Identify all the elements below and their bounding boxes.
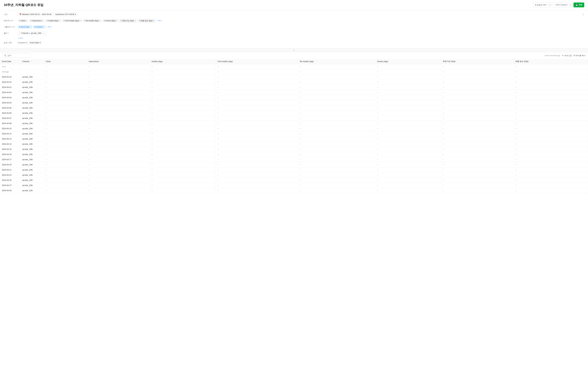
metrics-add-button[interactable]: + 추가	[157, 19, 162, 22]
search-box[interactable]: 🔍	[2, 54, 31, 58]
csv-arrow[interactable]: ▾	[569, 3, 572, 7]
metric-tag-signup: 회원가입 (App)×	[119, 19, 137, 22]
cell-date: 2024-04-16	[0, 152, 20, 157]
col-channel: Channel ↓ ⊤ ⋮	[20, 59, 44, 64]
col-menu-events[interactable]: ⋮	[389, 61, 390, 62]
cell-date: 2024-04-15	[0, 147, 20, 152]
table-row: 2024-04-25 qrcode_10th ••••••••	[0, 178, 588, 183]
period-label: 기간	[4, 13, 18, 16]
col-menu-reinstalls[interactable]: ⋮	[314, 61, 316, 62]
data-table-wrapper: Event Date ↓ ⋮ Channel ↓ ⊤ ⋮ Clicks	[0, 59, 588, 193]
table-row: 2024-03-22 qrcode_10th ••••••••	[0, 80, 588, 85]
groupby-content: Event Date× Channel× + 추가	[18, 25, 584, 28]
col-menu-level[interactable]: ⋮	[529, 61, 531, 62]
search-input[interactable]	[8, 55, 29, 57]
col-menu-clicks[interactable]: ⋮	[52, 61, 53, 62]
col-installs: Installs (App) ⋮	[150, 59, 216, 64]
copy-table-button[interactable]: ⧉ 테이블 복사	[574, 54, 586, 57]
table-row: 2024-04-15 qrcode_10th ••••••••	[0, 147, 588, 152]
cell-date: 2024-04-07	[0, 116, 20, 121]
filter-content: ⊤ Channel is qrcode_10th ✎ ×	[18, 32, 584, 35]
cell-date: 2024-04-25	[0, 178, 20, 183]
copy-settings-label[interactable]: ⧉ 설정값 복사	[534, 3, 548, 7]
filter-label: 필터 1	[4, 32, 18, 34]
copy-settings-button[interactable]: ⧉ 설정값 복사 ▾	[533, 2, 551, 7]
col-reinstalls: Re-installs (App) ⋮	[298, 59, 375, 64]
col-menu-impressions[interactable]: ⋮	[99, 61, 101, 62]
sort-event-date-icon[interactable]: ↓	[12, 61, 12, 62]
metrics-content: Clicks× Impressions× Installs (App)× Fir…	[18, 19, 584, 22]
refresh-button[interactable]: ↻ 새로고침	[562, 54, 572, 57]
timezone-value: Asia/Seoul UTC+09:00	[55, 13, 74, 15]
filter-edit-icon[interactable]: ✎	[42, 32, 43, 34]
table-row: 2024-04-06 qrcode_10th ••••••••	[0, 110, 588, 116]
copy-settings-arrow[interactable]: ▾	[548, 3, 551, 7]
table-row: 2024-04-27 qrcode_10th ••••••••	[0, 183, 588, 188]
metric-tag-first-installs: First Installs (App)×	[62, 19, 82, 22]
copy-table-icon: ⧉	[574, 55, 575, 57]
refresh-icon: ↻	[562, 55, 564, 57]
average-row: Average • • • • • • • •	[0, 69, 588, 75]
metric-tag-reinstalls: Re-installs (App)×	[83, 19, 102, 22]
timezone-select[interactable]: Asia/Seoul UTC+09:00 ▾	[54, 13, 77, 16]
table-row: 2024-04-05 qrcode_10th ••••••••	[0, 105, 588, 110]
cell-channel: qrcode_10th	[20, 136, 44, 142]
table-row: 2024-04-14 qrcode_10th ••••••••	[0, 142, 588, 147]
cell-date: 2024-04-03	[0, 95, 20, 100]
aggregate-label: 집계 기준	[4, 42, 18, 44]
col-menu-installs[interactable]: ⋮	[163, 61, 165, 62]
col-menu-signup[interactable]: ⋮	[456, 61, 458, 62]
toolbar-right: a few seconds ago ↻ 새로고침 ⧉ 테이블 복사	[545, 54, 586, 57]
groupby-row: 그룹바이 2/10 Event Date× Channel× + 추가	[4, 24, 584, 29]
filter-close-icon[interactable]: ×	[44, 32, 45, 34]
cell-date: 2024-04-27	[0, 183, 20, 188]
channel-filter-icon: ⊤	[19, 32, 21, 34]
col-menu-channel[interactable]: ⋮	[33, 61, 35, 62]
page-title: 10주년_지하철 QR코드 유입	[4, 3, 43, 7]
col-menu-event-date[interactable]: ⋮	[13, 61, 15, 62]
col-menu-first-installs[interactable]: ⋮	[233, 61, 235, 62]
filter-chip-channel[interactable]: ⊤ Channel is qrcode_10th ✎ ×	[18, 32, 46, 35]
date-filter: 📅 Between 2024-03-01 ~ 2024-04-30 Asia/S…	[18, 13, 77, 16]
table-row: 2024-04-28 qrcode_10th ••••••••	[0, 188, 588, 193]
csv-download-label[interactable]: ↓ CSV 다운로드	[553, 3, 569, 7]
collapse-icon: ∧	[293, 49, 295, 52]
table-row: 2024-04-20 qrcode_10th ••••••••	[0, 162, 588, 167]
filter-add-button[interactable]: + 추가	[18, 37, 23, 40]
collapse-bar[interactable]: ∧	[0, 48, 588, 52]
page-header: 10주년_지하철 QR코드 유입 ⧉ 설정값 복사 ▾ ↓ CSV 다운로드 ▾…	[0, 0, 588, 10]
copy-settings-icon: ⧉	[535, 4, 536, 6]
cell-channel: qrcode_10th	[20, 167, 44, 173]
filter-channel-icon[interactable]: ⊤	[31, 61, 33, 62]
groupby-tag-event-date: Event Date×	[18, 25, 32, 28]
metric-tag-events: Events (App)×	[103, 19, 118, 22]
table-row: 2024-04-02 qrcode_10th ••••••••	[0, 90, 588, 95]
cell-channel: qrcode_10th	[20, 85, 44, 90]
table-row: 2024-04-04 qrcode_10th ••••••••	[0, 100, 588, 105]
date-range-badge[interactable]: 📅 Between 2024-03-01 ~ 2024-04-30	[18, 13, 53, 16]
metrics-row: 메트릭 8/20 Clicks× Impressions× Installs (…	[4, 18, 584, 23]
cell-channel: qrcode_10th	[20, 90, 44, 95]
chevron-down-icon: ▾	[40, 42, 41, 44]
sort-channel-icon[interactable]: ↓	[30, 61, 31, 62]
cell-date: 2024-03-22	[0, 80, 20, 85]
cell-channel: qrcode_10th	[20, 75, 44, 80]
cell-date: 2024-04-06	[0, 110, 20, 116]
cell-date: 2024-04-05	[0, 105, 20, 110]
groupby-add-button[interactable]: + 추가	[46, 26, 52, 28]
table-row: 2024-04-03 qrcode_10th ••••••••	[0, 95, 588, 100]
table-row: 2024-04-17 qrcode_10th ••••••••	[0, 157, 588, 162]
settings-icon[interactable]: ☰	[582, 13, 584, 16]
csv-download-button[interactable]: ↓ CSV 다운로드 ▾	[553, 2, 572, 7]
table-row: 2024-04-24 qrcode_10th ••••••••	[0, 173, 588, 178]
aggregate-row: 집계 기준 is based on Event Date ▾	[4, 40, 584, 45]
metric-tag-clicks: Clicks×	[18, 19, 28, 22]
aggregate-value-select[interactable]: Event Date ▾	[28, 41, 42, 44]
between-label: Between	[22, 13, 30, 15]
sum-label: Sum	[0, 64, 20, 69]
csv-icon: ↓	[554, 4, 555, 6]
col-events: Events (App) ⋮	[375, 59, 441, 64]
search-icon: 🔍	[4, 55, 7, 57]
cell-date: 2024-04-14	[0, 142, 20, 147]
save-button[interactable]: 💾 저장	[573, 2, 584, 7]
